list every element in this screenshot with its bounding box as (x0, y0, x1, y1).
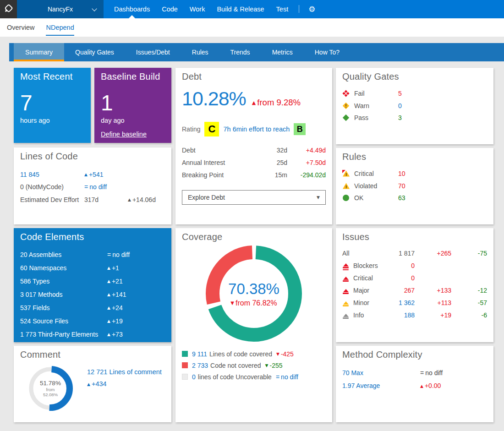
tile-title: Baseline Build (101, 71, 165, 82)
up-triangle-icon: ▲ (420, 384, 423, 388)
tab-how-to[interactable]: How To? (304, 43, 351, 61)
up-triangle-icon: ▲ (107, 306, 110, 310)
project-selector[interactable]: NancyFx (17, 0, 104, 18)
rules-critical-row: ! Critical 10 (342, 168, 487, 180)
breaking-point-row: Breaking Point 15m -294.02d (182, 169, 326, 181)
legend-swatch-uncoverable (182, 374, 188, 380)
blocker-severity-icon (342, 263, 349, 271)
most-recent-unit: hours ago (20, 117, 84, 124)
equals-icon: = (420, 369, 424, 376)
nav-item-code[interactable]: Code (156, 0, 184, 18)
up-triangle-icon: ▲ (107, 332, 110, 337)
debt-table: Debt 32d +4.49d Annual Interest 25d +7.5… (182, 144, 326, 181)
tab-quality-gates[interactable]: Quality Gates (64, 43, 125, 61)
issues-all-row: All 1 817 +265 -75 (342, 247, 487, 259)
debt-rating-row: Rating C 7h 6min effort to reach B (182, 122, 326, 136)
equals-icon: = (84, 183, 88, 191)
covered-lines-value[interactable]: 9 111 (192, 350, 207, 358)
up-triangle-icon: ▲ (107, 266, 110, 270)
tile-title: Most Recent (20, 71, 84, 82)
not-covered-lines-value[interactable]: 2 733 (192, 362, 208, 369)
tile-coverage: Coverage 70.38% ▼from 76.82% 9 111 Lines… (175, 228, 332, 422)
svg-text:!: ! (345, 104, 346, 109)
tab-issues-debt[interactable]: Issues/Debt (125, 43, 181, 61)
up-triangle-icon: ▲ (107, 319, 110, 323)
legend-row-uncoverable: 0 lines of code Uncoverable =no diff (182, 371, 326, 382)
down-triangle-icon: ▼ (276, 352, 279, 356)
tile-comment: Comment 51.78% from 52.08% 12 721 Lines … (14, 346, 171, 422)
nav-item-dashboards[interactable]: Dashboards (108, 0, 156, 18)
comment-percentage: 51.78% (40, 380, 61, 387)
define-baseline-link[interactable]: Define baseline (101, 131, 147, 138)
comment-baseline: 52.08% (43, 392, 58, 397)
uncoverable-lines-value[interactable]: 0 (192, 373, 196, 381)
explore-debt-dropdown[interactable]: Explore Debt ▼ (182, 190, 326, 205)
tab-metrics[interactable]: Metrics (261, 43, 304, 61)
project-name: NancyFx (48, 5, 73, 13)
gear-icon[interactable]: ⚙ (304, 0, 320, 18)
issues-minor-row: Minor 1 362 +113 -57 (342, 296, 487, 309)
svg-text:!: ! (345, 172, 347, 177)
violated-warning-icon: ! (342, 182, 354, 190)
tile-issues: Issues All 1 817 +265 -75 Blockers 0 Cri… (336, 228, 493, 342)
vsts-logo-icon (4, 3, 14, 15)
comment-lines-value[interactable]: 12 721 Lines of comment (87, 368, 162, 376)
loc-total-value[interactable]: 11 845 (20, 171, 84, 178)
top-nav-bar: NancyFx Dashboards Code Work Build & Rel… (0, 0, 504, 18)
debt-baseline-diff: ▲from 9.28% (252, 98, 301, 108)
tile-title: Issues (342, 232, 487, 242)
rating-badge-b[interactable]: B (294, 123, 306, 135)
rules-ok-row: OK 63 (342, 192, 487, 204)
legend-row-not-covered: 2 733 Code not covered ▼-255 (182, 360, 326, 371)
tab-rules[interactable]: Rules (181, 43, 219, 61)
legend-row-covered: 9 111 Lines of code covered ▼-425 (182, 348, 326, 360)
loc-dev-effort-row: Estimated Dev Effort 317d ▲+14.06d (20, 193, 165, 206)
nav-item-work[interactable]: Work (184, 0, 211, 18)
tile-most-recent: Most Recent 7 hours ago (14, 68, 91, 143)
tile-quality-gates: Quality Gates Fail 5 ! Warn 0 (336, 68, 493, 144)
nav-item-test[interactable]: Test (270, 0, 295, 18)
tile-title: Lines of Code (20, 151, 165, 162)
most-recent-value: 7 (20, 92, 84, 114)
tab-summary[interactable]: Summary (14, 43, 64, 61)
up-triangle-icon: ▲ (252, 100, 256, 106)
hub-tab-ndepend[interactable]: NDepend (46, 18, 74, 37)
code-elements-row: 537 Fields▲+24 (20, 301, 165, 314)
mc-average-value[interactable]: 1.97 Average (342, 382, 420, 389)
hub-tab-overview[interactable]: Overview (7, 18, 34, 37)
quality-gate-warn-row: ! Warn 0 (342, 100, 487, 112)
tile-method-complexity: Method Complexity 70 Max =no diff 1.97 A… (336, 346, 493, 422)
nav-item-build-release[interactable]: Build & Release (211, 0, 270, 18)
active-nav-notch (129, 15, 135, 18)
loc-notmycode-row: 0 (NotMyCode) =no diff (20, 181, 165, 194)
vsts-logo-box[interactable] (0, 0, 17, 18)
rating-badge-c[interactable]: C (204, 122, 219, 136)
effort-to-reach-link[interactable]: 7h 6min effort to reach (223, 125, 290, 133)
tile-rules: Rules ! Critical 10 ! Violated 70 (336, 148, 493, 224)
comment-diff: ▲+434 (87, 380, 162, 387)
tab-trends[interactable]: Trends (219, 43, 261, 61)
equals-icon: = (276, 373, 279, 381)
up-triangle-icon: ▲ (84, 172, 88, 177)
pass-diamond-icon (342, 114, 354, 121)
critical-warning-icon: ! (342, 170, 354, 177)
tile-title: Debt (182, 71, 326, 82)
warn-diamond-icon: ! (342, 102, 354, 109)
svg-text:!: ! (345, 184, 347, 189)
loc-total-row: 11 845 ▲+541 (20, 168, 165, 181)
issues-blockers-row: Blockers 0 (342, 259, 487, 272)
issues-info-row: Info 188 +19 -6 (342, 309, 487, 321)
tile-lines-of-code: Lines of Code 11 845 ▲+541 0 (NotMyCode)… (14, 147, 171, 224)
equals-icon: = (107, 251, 111, 258)
code-elements-row: 1 773 Third-Party Elements▲+73 (20, 327, 165, 341)
tile-code-elements: Code Elements 20 Assemblies=no diff 60 N… (14, 228, 171, 342)
quality-gate-pass-row: Pass 3 (342, 112, 487, 124)
code-elements-row: 524 Source Files▲+19 (20, 314, 165, 327)
nav-menu: Dashboards Code Work Build & Release Tes… (108, 0, 320, 18)
mc-max-value[interactable]: 70 Max (342, 369, 420, 376)
comment-donut-chart: 51.78% from 52.08% (27, 366, 73, 411)
minor-severity-icon (342, 301, 349, 306)
tile-title: Coverage (182, 232, 326, 242)
down-triangle-icon: ▼ (265, 363, 268, 368)
down-triangle-icon: ▼ (230, 300, 234, 306)
